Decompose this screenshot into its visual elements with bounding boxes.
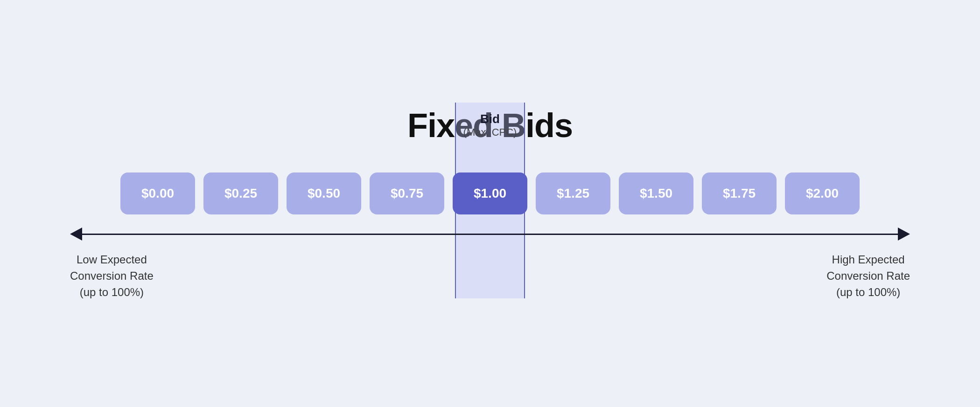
bids-row: $0.00$0.25$0.50$0.75$1.00$1.25$1.50$1.75… — [120, 172, 860, 214]
page-container: Fixed Bids Bid (Max. CPC) $0.00$0.25$0.5… — [0, 0, 980, 407]
bid-label: Bid (Max. CPC) — [463, 112, 517, 138]
bid-button-3[interactable]: $0.75 — [370, 172, 444, 214]
bid-button-8[interactable]: $2.00 — [785, 172, 860, 214]
bid-button-4[interactable]: $1.00 — [453, 172, 527, 214]
bid-button-6[interactable]: $1.50 — [619, 172, 693, 214]
label-low-conversion: Low ExpectedConversion Rate(up to 100%) — [70, 252, 154, 300]
bid-button-2[interactable]: $0.50 — [287, 172, 361, 214]
arrow-row — [70, 228, 910, 241]
arrow-right-head — [898, 228, 910, 241]
bid-button-1[interactable]: $0.25 — [203, 172, 278, 214]
bid-button-7[interactable]: $1.75 — [702, 172, 777, 214]
bid-button-5[interactable]: $1.25 — [536, 172, 610, 214]
arrow-left-head — [70, 228, 82, 241]
arrow-line — [82, 234, 898, 235]
chart-area: Bid (Max. CPC) $0.00$0.25$0.50$0.75$1.00… — [70, 172, 910, 300]
label-high-conversion: High ExpectedConversion Rate(up to 100%) — [826, 252, 910, 300]
bid-button-0[interactable]: $0.00 — [120, 172, 195, 214]
bid-label-subtitle: (Max. CPC) — [463, 126, 517, 138]
bid-label-title: Bid — [463, 112, 517, 126]
